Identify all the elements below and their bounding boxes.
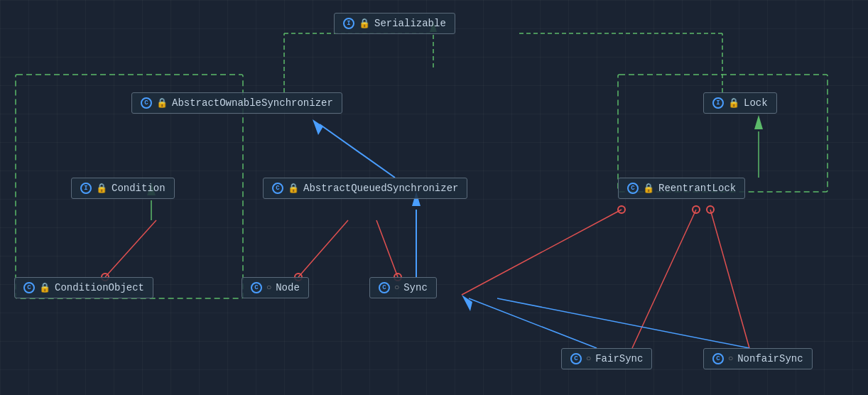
class-icon-sync: C xyxy=(379,282,390,293)
node-lock[interactable]: I 🔒 Lock xyxy=(703,92,777,114)
inner-icon-nfs: ○ xyxy=(728,354,733,364)
label-lock: Lock xyxy=(744,97,768,109)
class-icon-fs: C xyxy=(570,353,582,364)
label-sync: Sync xyxy=(403,282,428,293)
class-icon-co: C xyxy=(23,282,35,293)
interface-icon-serializable: I xyxy=(343,18,354,29)
svg-marker-19 xyxy=(754,115,763,129)
interface-icon-condition: I xyxy=(80,183,92,194)
svg-line-16 xyxy=(376,220,398,277)
label-node: Node xyxy=(276,282,300,293)
label-aos: AbstractOwnableSynchronizer xyxy=(172,97,333,109)
lock-icon-rl: 🔒 xyxy=(643,183,654,194)
svg-point-30 xyxy=(618,206,625,213)
svg-point-25 xyxy=(707,206,714,213)
svg-line-24 xyxy=(710,210,749,348)
node-reentrant-lock[interactable]: C 🔒 ReentrantLock xyxy=(618,178,745,199)
class-icon-rl: C xyxy=(627,183,639,194)
svg-line-29 xyxy=(462,210,622,295)
node-fair-sync[interactable]: C ○ FairSync xyxy=(561,348,652,369)
svg-line-14 xyxy=(298,220,348,277)
lock-icon-condition: 🔒 xyxy=(96,183,107,194)
svg-line-12 xyxy=(105,220,156,277)
node-node[interactable]: C ○ Node xyxy=(242,277,309,298)
class-icon-nfs: C xyxy=(712,353,724,364)
node-sync[interactable]: C ○ Sync xyxy=(369,277,437,298)
label-serializable: Serializable xyxy=(374,18,446,29)
svg-line-28 xyxy=(497,298,749,348)
node-condition[interactable]: I 🔒 Condition xyxy=(71,178,175,199)
label-rl: ReentrantLock xyxy=(658,183,736,194)
svg-line-26 xyxy=(469,298,597,348)
inner-icon-sync: ○ xyxy=(394,283,399,293)
label-aqs: AbstractQueuedSynchronizer xyxy=(303,183,458,194)
svg-marker-27 xyxy=(462,295,472,311)
node-condition-object[interactable]: C 🔒 ConditionObject xyxy=(14,277,153,298)
interface-icon-lock: I xyxy=(712,97,724,109)
lock-icon-lock: 🔒 xyxy=(728,97,739,109)
node-serializable[interactable]: I 🔒 Serializable xyxy=(334,13,455,34)
label-fs: FairSync xyxy=(595,353,643,364)
label-co: ConditionObject xyxy=(55,282,144,293)
svg-marker-9 xyxy=(313,119,323,135)
svg-line-22 xyxy=(632,210,696,348)
class-icon-aqs: C xyxy=(272,183,283,194)
inner-icon-node: ○ xyxy=(266,283,271,293)
label-nfs: NonfairSync xyxy=(737,353,803,364)
svg-line-8 xyxy=(320,124,395,178)
svg-point-23 xyxy=(693,206,700,213)
inner-icon-fs: ○ xyxy=(586,354,591,364)
label-condition: Condition xyxy=(112,183,166,194)
node-aqs[interactable]: C 🔒 AbstractQueuedSynchronizer xyxy=(263,178,467,199)
node-nonfair-sync[interactable]: C ○ NonfairSync xyxy=(703,348,813,369)
lock-icon-serializable: 🔒 xyxy=(359,18,370,29)
node-abstract-ownable-synchronizer[interactable]: C 🔒 AbstractOwnableSynchronizer xyxy=(131,92,342,114)
lock-icon-co: 🔒 xyxy=(39,282,50,293)
lock-icon-aos: 🔒 xyxy=(156,97,168,109)
class-icon-aos: C xyxy=(141,97,152,109)
lock-icon-aqs: 🔒 xyxy=(288,183,299,194)
class-icon-node: C xyxy=(251,282,262,293)
